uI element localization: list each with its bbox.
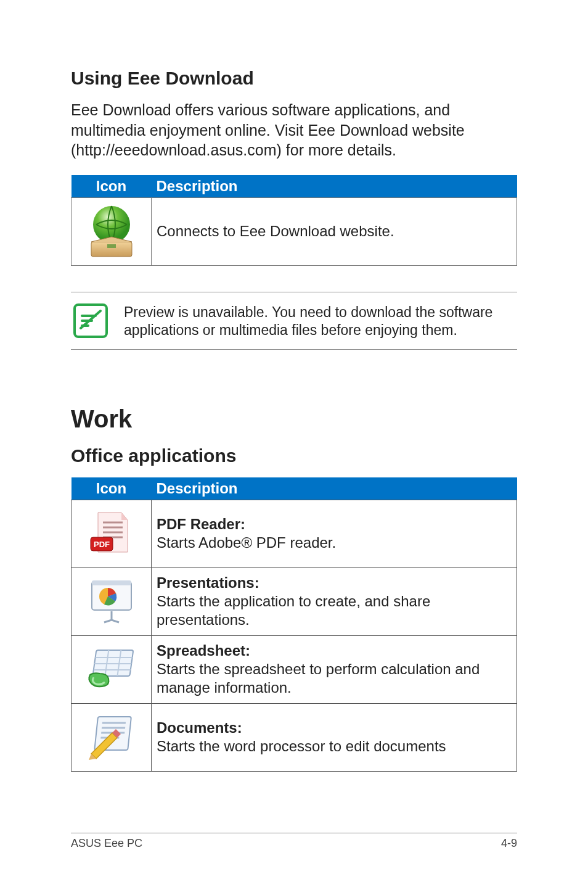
pdf-title: PDF Reader:: [157, 516, 245, 532]
table1-header-desc: Description: [152, 175, 517, 198]
pdf-icon: PDF: [87, 509, 136, 558]
eee-download-desc: Connects to Eee Download website.: [152, 197, 517, 265]
spreadsheet-body: Starts the spreadsheet to perform calcul…: [157, 661, 480, 696]
spreadsheet-title: Spreadsheet:: [157, 642, 250, 659]
svg-text:PDF: PDF: [94, 540, 110, 549]
table-row: PDF PDF Reader: Starts Adobe® PDF reader…: [71, 500, 517, 567]
work-heading: Work: [71, 405, 517, 433]
note-callout: Preview is unavailable. You need to down…: [71, 292, 517, 350]
documents-icon: [85, 711, 138, 764]
table1-header-icon: Icon: [71, 175, 152, 198]
documents-desc: Documents: Starts the word processor to …: [152, 703, 517, 771]
note-text: Preview is unavailable. You need to down…: [124, 301, 517, 340]
presentations-desc: Presentations: Starts the application to…: [152, 567, 517, 635]
table2-header-desc: Description: [152, 477, 517, 500]
spreadsheet-icon-cell: [71, 635, 152, 703]
spreadsheet-icon: [85, 643, 138, 696]
pdf-desc: PDF Reader: Starts Adobe® PDF reader.: [152, 500, 517, 567]
note-icon: [71, 301, 110, 340]
table-row: Connects to Eee Download website.: [71, 197, 517, 265]
table-row: Documents: Starts the word processor to …: [71, 703, 517, 771]
svg-rect-2: [107, 244, 116, 248]
footer-left: ASUS Eee PC: [71, 837, 142, 850]
table-row: Spreadsheet: Starts the spreadsheet to p…: [71, 635, 517, 703]
presentations-icon: [86, 576, 137, 627]
pdf-icon-cell: PDF: [71, 500, 152, 567]
presentations-title: Presentations:: [157, 574, 259, 591]
svg-rect-1: [91, 242, 132, 257]
intro-body: Eee Download offers various software app…: [71, 100, 517, 160]
presentations-body: Starts the application to create, and sh…: [157, 593, 430, 628]
eee-download-table: Icon Description: [71, 175, 517, 266]
footer-right: 4-9: [501, 837, 517, 850]
globe-box-icon: [84, 204, 139, 259]
page-footer: ASUS Eee PC 4-9: [71, 833, 517, 850]
table2-header-icon: Icon: [71, 477, 152, 500]
documents-title: Documents:: [157, 719, 242, 736]
presentations-icon-cell: [71, 567, 152, 635]
table-row: Presentations: Starts the application to…: [71, 567, 517, 635]
using-eee-download-heading: Using Eee Download: [71, 68, 517, 89]
documents-icon-cell: [71, 703, 152, 771]
office-apps-table: Icon Description PDF PDF Reader: Starts …: [71, 477, 517, 772]
documents-body: Starts the word processor to edit docume…: [157, 738, 446, 754]
pdf-body: Starts Adobe® PDF reader.: [157, 534, 336, 551]
office-apps-heading: Office applications: [71, 445, 517, 466]
spreadsheet-desc: Spreadsheet: Starts the spreadsheet to p…: [152, 635, 517, 703]
eee-download-icon-cell: [71, 197, 152, 265]
svg-rect-11: [92, 580, 131, 585]
